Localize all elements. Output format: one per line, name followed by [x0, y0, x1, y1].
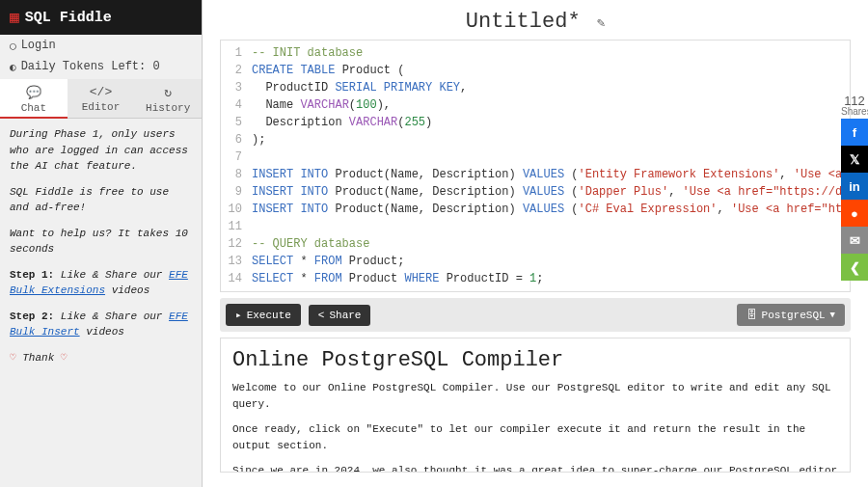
- sidebar-tabs: 💬 Chat </> Editor ↻ History: [0, 79, 202, 119]
- step2-text: Like & Share our: [54, 311, 169, 322]
- code-icon: </>: [68, 85, 135, 99]
- tokens-row: ◐ Daily Tokens Left: 0: [0, 56, 202, 77]
- execute-label: Execute: [247, 310, 291, 321]
- share-rail: 112 Shares f 𝕏 in ● ✉ ❮: [841, 95, 868, 281]
- output-p3: Since we are in 2024, we also thought it…: [232, 463, 838, 473]
- login-label: Login: [21, 39, 56, 52]
- step2-tail: videos: [80, 326, 124, 338]
- step1-prefix: Step 1:: [10, 269, 54, 281]
- line-gutter: 1234567891011121314: [221, 44, 246, 287]
- edit-title-icon[interactable]: ✎: [597, 15, 605, 31]
- share-reddit[interactable]: ●: [841, 200, 868, 227]
- db-select-button[interactable]: 🗄 PostgreSQL ▼: [737, 304, 845, 326]
- share-linkedin[interactable]: in: [841, 173, 868, 200]
- tab-history[interactable]: ↻ History: [134, 79, 202, 118]
- share-sharethis[interactable]: ❮: [841, 254, 868, 281]
- code-editor[interactable]: 1234567891011121314 -- INIT databaseCREA…: [220, 40, 851, 292]
- brand[interactable]: ▦ SQL Fiddle: [0, 0, 202, 35]
- chat-icon: 💬: [0, 85, 68, 100]
- title-bar: Untitled* ✎: [203, 0, 868, 40]
- heart-icon: ♡: [10, 352, 16, 364]
- user-icon: ◯: [10, 40, 16, 52]
- share-count-label: Shares: [841, 106, 868, 117]
- side-p1: During Phase 1, only users who are logge…: [10, 128, 188, 172]
- tab-editor[interactable]: </> Editor: [68, 79, 135, 118]
- share-counts: 112 Shares: [841, 95, 868, 117]
- side-p2: SQL Fiddle is free to use and ad-free!: [10, 186, 169, 214]
- heart-icon: ♡: [61, 352, 68, 364]
- doc-title: Untitled*: [466, 10, 581, 34]
- share-facebook[interactable]: f: [841, 119, 868, 146]
- main: Untitled* ✎ 1234567891011121314 -- INIT …: [203, 0, 868, 487]
- tokens-label: Daily Tokens Left: 0: [21, 60, 160, 73]
- tab-chat-label: Chat: [21, 102, 46, 114]
- output-p1: Welcome to our Online PostgreSQL Compile…: [232, 380, 838, 412]
- login-link[interactable]: ◯ Login: [0, 35, 202, 56]
- database-icon: 🗄: [746, 309, 757, 321]
- brand-icon: ▦: [10, 8, 19, 27]
- output-p2: Once ready, click on "Execute" to let ou…: [232, 421, 838, 453]
- share-label: Share: [329, 310, 361, 321]
- thank-text: Thank: [22, 352, 54, 364]
- step2-prefix: Step 2:: [10, 311, 54, 322]
- token-icon: ◐: [10, 61, 16, 73]
- db-label: PostgreSQL: [762, 310, 826, 321]
- side-p3: Want to help us? It takes 10 seconds: [10, 228, 188, 256]
- output-panel: Online PostgreSQL Compiler Welcome to ou…: [220, 338, 851, 473]
- step1-text: Like & Share our: [54, 269, 169, 281]
- share-email[interactable]: ✉: [841, 227, 868, 254]
- action-bar: ▸ Execute < Share 🗄 PostgreSQL ▼: [220, 298, 851, 332]
- output-heading: Online PostgreSQL Compiler: [232, 348, 838, 372]
- share-button[interactable]: < Share: [309, 305, 371, 326]
- tab-history-label: History: [146, 102, 190, 114]
- share-x[interactable]: 𝕏: [841, 146, 868, 173]
- share-icon: <: [318, 310, 325, 321]
- tab-editor-label: Editor: [82, 101, 121, 113]
- brand-text: SQL Fiddle: [25, 10, 112, 26]
- step1-tail: videos: [105, 284, 149, 296]
- tab-chat[interactable]: 💬 Chat: [0, 79, 68, 118]
- side-body: During Phase 1, only users who are logge…: [0, 119, 202, 383]
- execute-button[interactable]: ▸ Execute: [226, 304, 301, 326]
- history-icon: ↻: [134, 85, 202, 100]
- play-icon: ▸: [235, 309, 242, 321]
- chevron-down-icon: ▼: [830, 311, 835, 320]
- code-lines[interactable]: -- INIT databaseCREATE TABLE Product ( P…: [252, 44, 850, 287]
- sidebar: ▦ SQL Fiddle ◯ Login ◐ Daily Tokens Left…: [0, 0, 203, 487]
